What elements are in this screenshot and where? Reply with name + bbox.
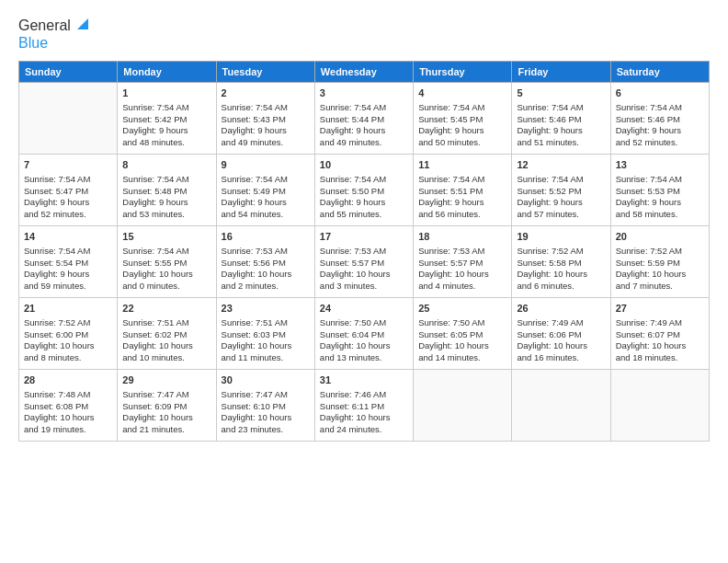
day-number: 5 (517, 86, 605, 100)
day-info: Sunrise: 7:51 AM Sunset: 6:03 PM Dayligh… (222, 317, 310, 364)
day-cell: 28Sunrise: 7:48 AM Sunset: 6:08 PM Dayli… (19, 370, 118, 442)
day-cell: 2Sunrise: 7:54 AM Sunset: 5:43 PM Daylig… (216, 83, 314, 155)
week-row-0: 1Sunrise: 7:54 AM Sunset: 5:42 PM Daylig… (19, 83, 710, 155)
day-info: Sunrise: 7:54 AM Sunset: 5:48 PM Dayligh… (122, 174, 210, 221)
day-cell: 26Sunrise: 7:49 AM Sunset: 6:06 PM Dayli… (512, 298, 610, 370)
calendar-table: SundayMondayTuesdayWednesdayThursdayFrid… (18, 61, 710, 442)
day-cell: 7Sunrise: 7:54 AM Sunset: 5:47 PM Daylig… (19, 155, 118, 226)
day-cell: 3Sunrise: 7:54 AM Sunset: 5:44 PM Daylig… (314, 83, 413, 155)
day-cell: 5Sunrise: 7:54 AM Sunset: 5:46 PM Daylig… (512, 83, 610, 155)
day-info: Sunrise: 7:46 AM Sunset: 6:11 PM Dayligh… (320, 389, 408, 436)
day-number: 23 (222, 302, 310, 316)
day-cell: 18Sunrise: 7:53 AM Sunset: 5:57 PM Dayli… (414, 226, 512, 298)
day-cell: 15Sunrise: 7:54 AM Sunset: 5:55 PM Dayli… (118, 226, 216, 298)
day-info: Sunrise: 7:54 AM Sunset: 5:45 PM Dayligh… (418, 102, 506, 149)
day-cell: 23Sunrise: 7:51 AM Sunset: 6:03 PM Dayli… (216, 298, 314, 370)
day-info: Sunrise: 7:50 AM Sunset: 6:04 PM Dayligh… (320, 317, 408, 364)
day-number: 22 (122, 302, 210, 316)
day-number: 11 (418, 158, 506, 172)
day-number: 1 (122, 86, 210, 100)
day-number: 25 (418, 302, 506, 316)
day-cell: 9Sunrise: 7:54 AM Sunset: 5:49 PM Daylig… (216, 155, 314, 226)
day-cell: 19Sunrise: 7:52 AM Sunset: 5:58 PM Dayli… (512, 226, 610, 298)
day-number: 30 (222, 373, 310, 387)
day-info: Sunrise: 7:47 AM Sunset: 6:10 PM Dayligh… (222, 389, 310, 436)
day-info: Sunrise: 7:52 AM Sunset: 5:59 PM Dayligh… (616, 246, 704, 293)
day-number: 3 (320, 86, 408, 100)
day-info: Sunrise: 7:54 AM Sunset: 5:42 PM Dayligh… (122, 102, 210, 149)
day-cell (414, 370, 512, 442)
day-number: 20 (616, 230, 704, 244)
day-number: 14 (24, 230, 112, 244)
day-cell: 21Sunrise: 7:52 AM Sunset: 6:00 PM Dayli… (19, 298, 118, 370)
day-cell: 16Sunrise: 7:53 AM Sunset: 5:56 PM Dayli… (216, 226, 314, 298)
day-cell: 25Sunrise: 7:50 AM Sunset: 6:05 PM Dayli… (414, 298, 512, 370)
day-info: Sunrise: 7:47 AM Sunset: 6:09 PM Dayligh… (122, 389, 210, 436)
logo-blue-text: Blue (18, 35, 48, 52)
header-row: SundayMondayTuesdayWednesdayThursdayFrid… (19, 62, 710, 83)
day-number: 24 (320, 302, 408, 316)
day-number: 15 (122, 230, 210, 244)
day-info: Sunrise: 7:54 AM Sunset: 5:52 PM Dayligh… (517, 174, 605, 221)
day-number: 7 (24, 158, 112, 172)
day-number: 13 (616, 158, 704, 172)
weekday-header-thursday: Thursday (414, 62, 512, 83)
day-cell: 11Sunrise: 7:54 AM Sunset: 5:51 PM Dayli… (414, 155, 512, 226)
day-number: 18 (418, 230, 506, 244)
day-cell: 17Sunrise: 7:53 AM Sunset: 5:57 PM Dayli… (314, 226, 413, 298)
day-cell: 14Sunrise: 7:54 AM Sunset: 5:54 PM Dayli… (19, 226, 118, 298)
day-number: 31 (320, 373, 408, 387)
day-info: Sunrise: 7:48 AM Sunset: 6:08 PM Dayligh… (24, 389, 112, 436)
day-cell: 6Sunrise: 7:54 AM Sunset: 5:46 PM Daylig… (610, 83, 709, 155)
week-row-4: 28Sunrise: 7:48 AM Sunset: 6:08 PM Dayli… (19, 370, 710, 442)
day-number: 21 (24, 302, 112, 316)
day-cell: 12Sunrise: 7:54 AM Sunset: 5:52 PM Dayli… (512, 155, 610, 226)
day-cell: 30Sunrise: 7:47 AM Sunset: 6:10 PM Dayli… (216, 370, 314, 442)
page: General Blue SundayMondayTuesdayWednesda… (0, 0, 728, 563)
day-cell: 22Sunrise: 7:51 AM Sunset: 6:02 PM Dayli… (118, 298, 216, 370)
day-info: Sunrise: 7:54 AM Sunset: 5:47 PM Dayligh… (24, 174, 112, 221)
day-number: 10 (320, 158, 408, 172)
day-cell: 27Sunrise: 7:49 AM Sunset: 6:07 PM Dayli… (610, 298, 709, 370)
weekday-header-saturday: Saturday (610, 62, 709, 83)
day-cell (19, 83, 118, 155)
day-info: Sunrise: 7:53 AM Sunset: 5:57 PM Dayligh… (418, 246, 506, 293)
day-number: 9 (222, 158, 310, 172)
day-info: Sunrise: 7:49 AM Sunset: 6:06 PM Dayligh… (517, 317, 605, 364)
day-info: Sunrise: 7:54 AM Sunset: 5:51 PM Dayligh… (418, 174, 506, 221)
weekday-header-sunday: Sunday (19, 62, 118, 83)
day-info: Sunrise: 7:54 AM Sunset: 5:54 PM Dayligh… (24, 246, 112, 293)
day-number: 2 (222, 86, 310, 100)
day-info: Sunrise: 7:53 AM Sunset: 5:57 PM Dayligh… (320, 246, 408, 293)
day-info: Sunrise: 7:54 AM Sunset: 5:46 PM Dayligh… (517, 102, 605, 149)
logo-arrow-icon (74, 17, 88, 31)
day-info: Sunrise: 7:54 AM Sunset: 5:53 PM Dayligh… (616, 174, 704, 221)
day-number: 16 (222, 230, 310, 244)
day-info: Sunrise: 7:51 AM Sunset: 6:02 PM Dayligh… (122, 317, 210, 364)
day-cell: 13Sunrise: 7:54 AM Sunset: 5:53 PM Dayli… (610, 155, 709, 226)
day-info: Sunrise: 7:54 AM Sunset: 5:55 PM Dayligh… (122, 246, 210, 293)
logo-general-text: General (18, 17, 71, 34)
week-row-3: 21Sunrise: 7:52 AM Sunset: 6:00 PM Dayli… (19, 298, 710, 370)
day-cell: 24Sunrise: 7:50 AM Sunset: 6:04 PM Dayli… (314, 298, 413, 370)
weekday-header-wednesday: Wednesday (314, 62, 413, 83)
header: General Blue (18, 17, 710, 52)
day-info: Sunrise: 7:53 AM Sunset: 5:56 PM Dayligh… (222, 246, 310, 293)
day-number: 8 (122, 158, 210, 172)
day-cell (610, 370, 709, 442)
day-cell: 29Sunrise: 7:47 AM Sunset: 6:09 PM Dayli… (118, 370, 216, 442)
day-number: 29 (122, 373, 210, 387)
day-info: Sunrise: 7:54 AM Sunset: 5:46 PM Dayligh… (616, 102, 704, 149)
day-cell: 1Sunrise: 7:54 AM Sunset: 5:42 PM Daylig… (118, 83, 216, 155)
day-cell: 10Sunrise: 7:54 AM Sunset: 5:50 PM Dayli… (314, 155, 413, 226)
weekday-header-friday: Friday (512, 62, 610, 83)
day-info: Sunrise: 7:52 AM Sunset: 6:00 PM Dayligh… (24, 317, 112, 364)
day-info: Sunrise: 7:54 AM Sunset: 5:49 PM Dayligh… (222, 174, 310, 221)
week-row-1: 7Sunrise: 7:54 AM Sunset: 5:47 PM Daylig… (19, 155, 710, 226)
day-cell (512, 370, 610, 442)
logo: General Blue (18, 17, 88, 52)
day-info: Sunrise: 7:52 AM Sunset: 5:58 PM Dayligh… (517, 246, 605, 293)
day-number: 4 (418, 86, 506, 100)
day-cell: 8Sunrise: 7:54 AM Sunset: 5:48 PM Daylig… (118, 155, 216, 226)
day-number: 27 (616, 302, 704, 316)
